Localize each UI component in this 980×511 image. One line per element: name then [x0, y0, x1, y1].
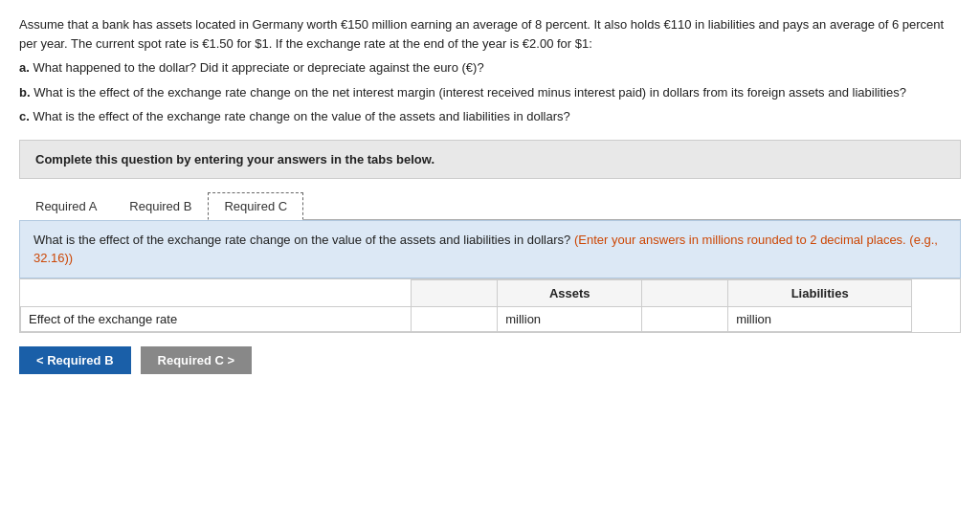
qb-label: b. [19, 85, 31, 100]
row-label: Effect of the exchange rate [21, 306, 412, 331]
th-assets-input [412, 279, 498, 306]
question-area: What is the effect of the exchange rate … [19, 220, 961, 278]
qc-label: c. [19, 109, 30, 123]
intro-paragraph1: Assume that a bank has assets located in… [19, 15, 961, 53]
assets-input-cell[interactable] [412, 306, 498, 331]
th-liabilities-input [642, 279, 728, 306]
tab-required-a[interactable]: Required A [19, 192, 113, 220]
th-assets-label: Assets [498, 279, 642, 306]
liabilities-unit: million [728, 306, 912, 331]
nav-buttons: < Required B Required C > [19, 346, 961, 374]
liabilities-input[interactable] [642, 307, 727, 331]
prev-button[interactable]: < Required B [19, 346, 131, 374]
tabs-row: Required A Required B Required C [19, 192, 961, 220]
tab-required-c[interactable]: Required C [208, 192, 303, 220]
complete-box: Complete this question by entering your … [19, 140, 961, 179]
qc-text: What is the effect of the exchange rate … [33, 109, 569, 123]
intro-section: Assume that a bank has assets located in… [19, 15, 961, 126]
th-empty1 [21, 279, 412, 306]
intro-qc: c. What is the effect of the exchange ra… [19, 107, 961, 126]
tab-required-b[interactable]: Required B [113, 192, 208, 220]
qa-text: What happened to the dollar? Did it appr… [33, 60, 483, 75]
question-text: What is the effect of the exchange rate … [33, 233, 570, 247]
data-table: Assets Liabilities Effect of the exchang… [20, 279, 960, 332]
qa-label: a. [19, 60, 30, 75]
assets-input[interactable] [412, 307, 497, 331]
intro-qb: b. What is the effect of the exchange ra… [19, 83, 961, 102]
intro-qa: a. What happened to the dollar? Did it a… [19, 58, 961, 78]
assets-unit: million [498, 306, 642, 331]
liabilities-input-cell[interactable] [642, 306, 728, 331]
next-button[interactable]: Required C > [141, 346, 253, 374]
th-liabilities-label: Liabilities [728, 279, 912, 306]
qb-text: What is the effect of the exchange rate … [33, 85, 906, 100]
data-table-section: Assets Liabilities Effect of the exchang… [19, 278, 961, 333]
table-row: Effect of the exchange rate million mill… [21, 306, 960, 331]
th-empty3 [912, 279, 960, 306]
